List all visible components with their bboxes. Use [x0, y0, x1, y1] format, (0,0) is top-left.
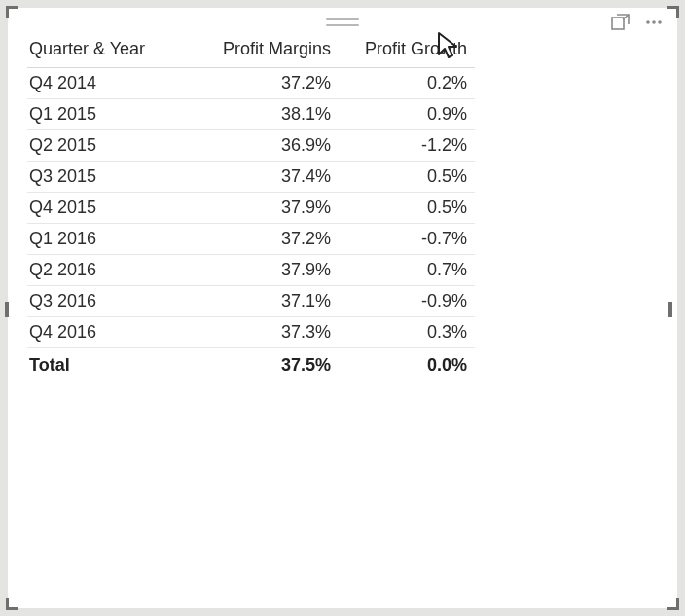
table-row[interactable]: Q2 201637.9%0.7%: [27, 255, 475, 286]
cell-margin: 37.1%: [193, 286, 339, 317]
data-table[interactable]: Quarter & Year Profit Margins Profit Gro…: [27, 33, 475, 380]
cell-period: Q2 2015: [27, 130, 193, 162]
cell-margin: 37.9%: [193, 255, 339, 286]
svg-rect-0: [5, 302, 9, 317]
cell-margin: 37.3%: [193, 317, 339, 348]
svg-point-6: [658, 20, 662, 24]
cell-growth: 0.2%: [339, 68, 475, 99]
table-row[interactable]: Q4 201537.9%0.5%: [27, 193, 475, 224]
visual-header: [8, 10, 677, 35]
col-header-period[interactable]: Quarter & Year: [27, 33, 193, 68]
drag-handle-icon[interactable]: [326, 18, 359, 26]
total-margin: 37.5%: [193, 348, 339, 381]
total-growth: 0.0%: [339, 348, 475, 381]
table-row[interactable]: Q3 201637.1%-0.9%: [27, 286, 475, 317]
cell-growth: -1.2%: [339, 130, 475, 162]
svg-point-5: [652, 20, 656, 24]
cell-margin: 37.4%: [193, 162, 339, 193]
cell-margin: 37.2%: [193, 224, 339, 255]
cell-period: Q2 2016: [27, 255, 193, 286]
table-row[interactable]: Q1 201637.2%-0.7%: [27, 224, 475, 255]
table-row[interactable]: Q1 201538.1%0.9%: [27, 99, 475, 130]
cell-growth: 0.5%: [339, 162, 475, 193]
table-row[interactable]: Q4 201437.2%0.2%: [27, 68, 475, 99]
cell-growth: -0.9%: [339, 286, 475, 317]
total-label: Total: [27, 348, 193, 381]
visual-header-actions: [611, 14, 664, 31]
svg-rect-2: [612, 18, 624, 29]
resize-handle-bl[interactable]: [6, 597, 19, 610]
cell-growth: 0.5%: [339, 193, 475, 224]
cell-margin: 37.9%: [193, 193, 339, 224]
cell-growth: 0.7%: [339, 255, 475, 286]
table-header-row: Quarter & Year Profit Margins Profit Gro…: [27, 33, 475, 68]
cell-margin: 37.2%: [193, 68, 339, 99]
svg-point-4: [646, 20, 650, 24]
cell-margin: 36.9%: [193, 130, 339, 162]
cell-margin: 38.1%: [193, 99, 339, 130]
table-total-row: Total 37.5% 0.0%: [27, 348, 475, 381]
table-row[interactable]: Q4 201637.3%0.3%: [27, 317, 475, 348]
resize-handle-br[interactable]: [666, 597, 679, 610]
resize-handle-ml[interactable]: [5, 302, 18, 315]
cell-period: Q4 2014: [27, 68, 193, 99]
focus-mode-icon[interactable]: [611, 14, 631, 31]
table-row[interactable]: Q3 201537.4%0.5%: [27, 162, 475, 193]
cell-period: Q1 2015: [27, 99, 193, 130]
svg-rect-1: [668, 302, 672, 317]
cell-period: Q1 2016: [27, 224, 193, 255]
cell-growth: 0.9%: [339, 99, 475, 130]
cell-period: Q4 2016: [27, 317, 193, 348]
cell-growth: 0.3%: [339, 317, 475, 348]
resize-handle-mr[interactable]: [667, 302, 680, 315]
table-visual[interactable]: Quarter & Year Profit Margins Profit Gro…: [8, 8, 677, 608]
cell-period: Q4 2015: [27, 193, 193, 224]
cell-period: Q3 2016: [27, 286, 193, 317]
more-options-icon[interactable]: [644, 14, 664, 31]
col-header-margin[interactable]: Profit Margins: [193, 33, 339, 68]
cell-period: Q3 2015: [27, 162, 193, 193]
cell-growth: -0.7%: [339, 224, 475, 255]
col-header-growth[interactable]: Profit Growth: [339, 33, 475, 68]
table-row[interactable]: Q2 201536.9%-1.2%: [27, 130, 475, 162]
